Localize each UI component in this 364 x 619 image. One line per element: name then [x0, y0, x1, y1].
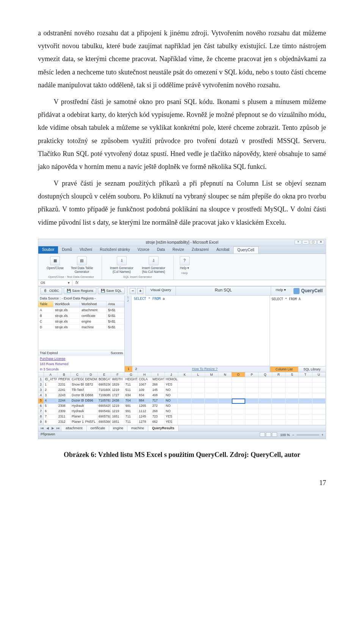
cell[interactable]: [245, 398, 259, 404]
cell[interactable]: [84, 388, 97, 393]
cell[interactable]: 6905792: [97, 414, 111, 420]
cell[interactable]: [286, 404, 299, 409]
col-header[interactable]: K: [178, 372, 191, 377]
region-row[interactable]: Astroje.xlsattachment$A$1: [38, 307, 124, 313]
cell[interactable]: NO: [165, 398, 178, 404]
cell[interactable]: 2: [44, 388, 57, 393]
cell[interactable]: 6905492: [97, 409, 111, 414]
row-header[interactable]: 6: [38, 404, 44, 409]
cell[interactable]: 1219: [111, 409, 124, 414]
row-header[interactable]: 3: [38, 388, 44, 393]
row-header[interactable]: 8: [38, 414, 44, 420]
zoom-slider[interactable]: [297, 434, 319, 436]
sql-library-tab[interactable]: SQL Library: [298, 367, 326, 372]
cell[interactable]: 723: [151, 414, 165, 420]
cell[interactable]: 2308: [57, 404, 71, 409]
cell[interactable]: [232, 409, 245, 414]
insertgen-nocol-button[interactable]: ⇩ Insert Generator (No Col Names): [138, 255, 169, 274]
cell[interactable]: [178, 404, 191, 409]
cell[interactable]: 991: [124, 409, 138, 414]
cell[interactable]: [259, 388, 272, 393]
row-header[interactable]: 4: [38, 393, 44, 398]
cell[interactable]: [272, 414, 285, 420]
tab-formulas[interactable]: Vzorce: [134, 246, 153, 254]
cell[interactable]: [205, 404, 218, 409]
cell[interactable]: 1219: [111, 388, 124, 393]
help-button[interactable]: ? Help ▾: [177, 255, 192, 271]
cell[interactable]: 5: [44, 404, 57, 409]
testdata-button[interactable]: ▤ Test Data Table Generator: [66, 255, 98, 274]
row-header[interactable]: 2: [38, 383, 44, 388]
col-header[interactable]: O: [232, 372, 245, 377]
cell[interactable]: HEIGHT: [124, 377, 138, 383]
sheet-tab[interactable]: attachment: [62, 425, 87, 431]
cell[interactable]: [191, 377, 205, 383]
cell[interactable]: [218, 388, 232, 393]
col-header[interactable]: S: [286, 372, 299, 377]
cell[interactable]: [205, 377, 218, 383]
cell[interactable]: [259, 393, 272, 398]
col-header[interactable]: G: [124, 372, 138, 377]
cell[interactable]: [299, 383, 312, 388]
col-header[interactable]: M: [205, 372, 218, 377]
first-sheet-icon[interactable]: ⏮: [40, 426, 44, 430]
cell[interactable]: 7106089: [97, 393, 111, 398]
cell[interactable]: Dozer Blad: [71, 398, 84, 404]
cell[interactable]: 408: [151, 393, 165, 398]
cell[interactable]: 6905425: [97, 404, 111, 409]
formula-input[interactable]: [82, 282, 326, 284]
tab-querycell[interactable]: QueryCell: [233, 246, 258, 254]
col-header[interactable]: U: [312, 372, 326, 377]
col-header[interactable]: B: [58, 372, 71, 377]
cell[interactable]: [272, 393, 285, 398]
cell[interactable]: [191, 398, 205, 404]
cell[interactable]: [299, 393, 312, 398]
cell[interactable]: 2311: [57, 414, 71, 420]
cell[interactable]: NO: [165, 393, 178, 398]
cell[interactable]: [272, 409, 285, 414]
cell[interactable]: [259, 420, 272, 425]
cell[interactable]: 1829: [111, 383, 124, 388]
col-header[interactable]: H: [138, 372, 151, 377]
odbc-button[interactable]: 🛢 ODBC: [41, 288, 62, 295]
col-header[interactable]: C: [71, 372, 84, 377]
sql-card-1[interactable]: 1: [125, 366, 132, 372]
worksheet-grid[interactable]: ABCDEFGHIJKLMNOPQRSTU 1ID_ATTACPREFIXCAT…: [38, 372, 326, 425]
cell[interactable]: [205, 383, 218, 388]
cell[interactable]: 2241: [57, 388, 71, 393]
cell[interactable]: 272: [151, 404, 165, 409]
cell[interactable]: Dozer Blad: [71, 393, 84, 398]
select-all-corner[interactable]: [38, 372, 44, 377]
cell[interactable]: 1: [44, 383, 57, 388]
cell[interactable]: [259, 404, 272, 409]
cell[interactable]: [312, 393, 326, 398]
cell[interactable]: COLA: [138, 377, 151, 383]
cell[interactable]: [286, 393, 299, 398]
cell[interactable]: Planer 14: [71, 420, 84, 425]
cell[interactable]: [218, 398, 232, 404]
cell[interactable]: [286, 420, 299, 425]
cell[interactable]: [232, 420, 245, 425]
cell[interactable]: 4: [44, 398, 57, 404]
cell[interactable]: 109: [138, 388, 151, 393]
sheet-tab[interactable]: engine: [109, 425, 127, 431]
cell[interactable]: [245, 414, 259, 420]
cell[interactable]: 1651: [111, 414, 124, 420]
cell[interactable]: [286, 398, 299, 404]
cell[interactable]: [312, 383, 326, 388]
sheet-tab[interactable]: QueryResults: [148, 425, 179, 431]
cell[interactable]: [218, 404, 232, 409]
cell[interactable]: 834: [138, 393, 151, 398]
cell[interactable]: WEIGHT: [151, 377, 165, 383]
cell[interactable]: [286, 414, 299, 420]
cell[interactable]: NO: [165, 409, 178, 414]
cell[interactable]: NO: [165, 404, 178, 409]
cell[interactable]: YES: [165, 414, 178, 420]
cell[interactable]: [178, 414, 191, 420]
col-header[interactable]: A: [44, 372, 57, 377]
col-header[interactable]: R: [272, 372, 286, 377]
close-button[interactable]: ✕: [317, 240, 324, 244]
row-header[interactable]: 9: [38, 420, 44, 425]
tab-data[interactable]: Data: [153, 246, 169, 254]
minimize-button[interactable]: —: [302, 240, 309, 244]
